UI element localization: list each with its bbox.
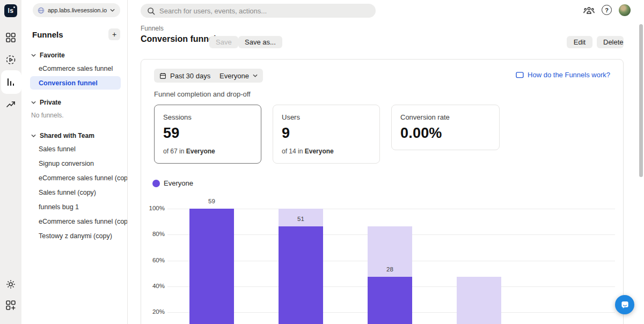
main-area: ? Funnels Conversion funnel Save Save as…	[128, 0, 644, 324]
funnel-item[interactable]: Signup conversion	[21, 156, 127, 171]
y-axis-tick: 100%	[142, 205, 165, 211]
y-axis-tick: 40%	[142, 283, 165, 289]
edit-button[interactable]: Edit	[567, 36, 592, 48]
funnel-item[interactable]: eCommerce sales funnel (cop…	[21, 214, 127, 229]
save-button[interactable]: Save	[209, 36, 238, 48]
global-search[interactable]	[141, 4, 376, 18]
funnel-card: Past 30 days Everyone How do the Funnels…	[141, 59, 624, 324]
empty-note: No funnels.	[31, 112, 127, 120]
analytics-bars-icon[interactable]	[5, 77, 16, 87]
funnel-item[interactable]: Sales funnel	[21, 142, 127, 156]
delete-button[interactable]: Delete	[597, 36, 624, 48]
y-axis-tick: 20%	[142, 308, 165, 315]
breadcrumb[interactable]: Funnels	[141, 25, 164, 32]
funnel-bar-completed[interactable]	[368, 277, 412, 324]
save-as-button[interactable]: Save as...	[238, 36, 282, 48]
section-header-favorite[interactable]: Favorite	[31, 50, 127, 60]
section-header-private[interactable]: Private	[31, 98, 127, 107]
intercom-launcher[interactable]	[615, 295, 634, 314]
section-header-shared-with-team[interactable]: Shared with Team	[31, 131, 127, 141]
app-root: ls	[0, 0, 644, 324]
y-axis-tick: 80%	[142, 231, 165, 237]
session-replays-icon[interactable]	[5, 54, 16, 65]
funnel-bar-dropoff[interactable]	[457, 277, 501, 324]
panel-title: Funnels	[32, 30, 63, 39]
trends-arrow-icon[interactable]	[5, 99, 16, 109]
search-icon	[147, 7, 155, 15]
user-avatar[interactable]	[619, 4, 631, 16]
workspace-selector[interactable]: app.labs.livesession.io	[33, 3, 120, 17]
scrollbar-thumb[interactable]	[639, 24, 643, 177]
help-icon[interactable]: ?	[602, 5, 612, 15]
bar-value-label: 59	[189, 198, 234, 204]
search-input[interactable]	[159, 7, 369, 15]
funnel-item[interactable]: Testowy z danymi (copy)	[21, 229, 127, 243]
chevron-down-icon	[31, 134, 36, 137]
team-icon[interactable]	[583, 5, 595, 16]
funnels-sidebar: app.labs.livesession.io Funnels + Favori…	[21, 0, 128, 324]
funnel-bar-completed[interactable]	[189, 209, 234, 324]
chart-gridline	[167, 209, 615, 209]
funnel-bar-completed[interactable]	[279, 226, 323, 324]
chat-icon	[620, 300, 630, 310]
funnel-item[interactable]: Sales funnel (copy)	[21, 185, 127, 200]
add-funnel-button[interactable]: +	[108, 28, 120, 40]
sidebar-sections: FavoriteeCommerce sales funnelConversion…	[21, 47, 127, 243]
chevron-down-icon	[31, 101, 36, 104]
chevron-down-icon	[31, 54, 36, 57]
y-axis-tick: 60%	[142, 257, 165, 263]
funnel-item[interactable]: funnels bug 1	[21, 200, 127, 214]
chevron-down-icon	[110, 9, 115, 12]
dashboard-grid-icon[interactable]	[5, 32, 16, 43]
bar-value-label: 51	[279, 216, 323, 222]
funnel-chart: 100%80%60%40%20%595128	[141, 60, 623, 324]
globe-icon	[38, 7, 45, 14]
workspace-domain: app.labs.livesession.io	[48, 7, 107, 13]
logo-dot	[13, 6, 15, 8]
logo-text: ls	[8, 7, 13, 14]
left-rail: ls	[0, 0, 21, 324]
bar-value-label: 28	[368, 266, 412, 273]
settings-gear-icon[interactable]	[5, 279, 16, 290]
funnel-item[interactable]: Conversion funnel	[30, 76, 121, 90]
funnel-item[interactable]: eCommerce sales funnel	[21, 61, 127, 76]
page-title: Conversion funnel	[141, 34, 216, 44]
funnel-item[interactable]: eCommerce sales funnel (cop…	[21, 171, 127, 185]
livesession-logo[interactable]: ls	[4, 4, 17, 17]
apps-add-icon[interactable]	[5, 300, 16, 311]
